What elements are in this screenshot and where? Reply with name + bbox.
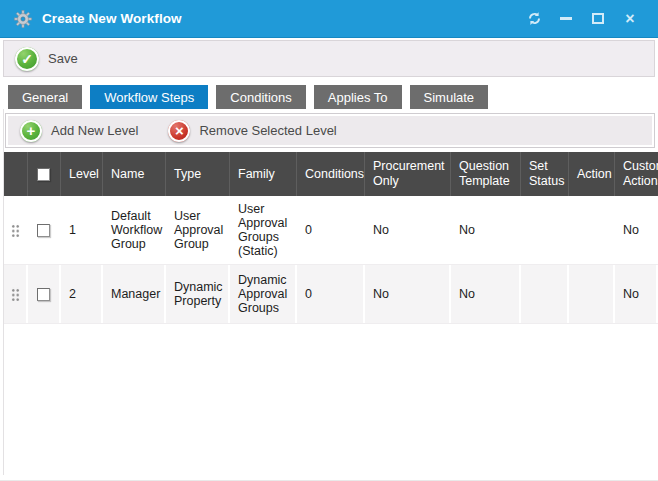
cell-type: Dynamic Property (166, 265, 230, 323)
window-controls: × (518, 6, 646, 32)
cell-family: User Approval Groups (Static) (230, 196, 297, 264)
cell-level: 2 (61, 265, 103, 323)
create-new-workflow-dialog: Create New Workflow × ✓ Save General Wor… (0, 0, 658, 481)
tab-conditions[interactable]: Conditions (216, 85, 305, 109)
minimize-icon (560, 17, 572, 20)
add-new-level-label: Add New Level (51, 123, 138, 138)
level-toolbar: + Add New Level × Remove Selected Level (5, 113, 655, 148)
drag-handle-icon[interactable] (11, 223, 20, 237)
save-button-label: Save (48, 51, 78, 66)
column-header-type: Type (166, 152, 230, 196)
save-toolbar: ✓ Save (3, 40, 655, 77)
cell-name: Default Workflow Group (103, 196, 166, 264)
cell-conditions: 0 (297, 265, 365, 323)
row-drag-cell (4, 265, 28, 323)
save-check-icon: ✓ (15, 47, 39, 71)
column-header-question-template: Question Template (451, 152, 521, 196)
close-button[interactable]: × (614, 6, 646, 32)
cell-level: 1 (61, 196, 103, 264)
minimize-button[interactable] (550, 6, 582, 32)
table-row: 1 Default Workflow Group User Approval G… (4, 196, 658, 265)
cell-type: User Approval Group (166, 196, 230, 264)
select-all-checkbox[interactable] (37, 168, 50, 181)
tab-bar: General Workflow Steps Conditions Applie… (8, 85, 658, 109)
drag-handle-icon[interactable] (11, 287, 20, 301)
column-header-set-status: Set Status (521, 152, 569, 196)
cell-custom-actions: No (615, 196, 658, 264)
cell-question-template: No (451, 265, 521, 323)
cell-procurement-only: No (365, 265, 451, 323)
cell-set-status (521, 265, 569, 323)
maximize-button[interactable] (582, 6, 614, 32)
window-title: Create New Workflow (42, 11, 182, 26)
tab-applies-to[interactable]: Applies To (314, 85, 402, 109)
row-checkbox-cell (28, 196, 61, 264)
row-checkbox[interactable] (37, 224, 50, 237)
cell-name: Manager (103, 265, 166, 323)
select-all-column-header (28, 152, 61, 196)
remove-selected-level-button[interactable]: × Remove Selected Level (168, 120, 336, 142)
column-header-custom-actions: Custom Actions (615, 152, 658, 196)
column-header-level: Level (61, 152, 103, 196)
cell-procurement-only: No (365, 196, 451, 264)
cell-action (569, 196, 615, 264)
gear-icon (14, 10, 32, 28)
refresh-icon (527, 11, 542, 26)
add-plus-icon: + (20, 120, 42, 142)
workflow-steps-panel: + Add New Level × Remove Selected Level … (3, 109, 658, 475)
cell-set-status (521, 196, 569, 264)
cell-question-template: No (451, 196, 521, 264)
tab-general[interactable]: General (8, 85, 82, 109)
titlebar: Create New Workflow × (0, 0, 658, 38)
column-header-family: Family (230, 152, 297, 196)
drag-handle-column-header (4, 152, 28, 196)
remove-x-icon: × (168, 120, 190, 142)
save-button[interactable]: ✓ Save (15, 47, 78, 71)
column-header-name: Name (103, 152, 166, 196)
table-row: 2 Manager Dynamic Property Dynamic Appro… (4, 265, 658, 324)
column-header-action: Action (569, 152, 615, 196)
row-checkbox[interactable] (37, 288, 50, 301)
cell-custom-actions: No (615, 265, 658, 323)
table-header-row: Level Name Type Family Conditions Procur… (4, 152, 658, 196)
tab-workflow-steps[interactable]: Workflow Steps (90, 85, 208, 109)
remove-selected-level-label: Remove Selected Level (199, 123, 336, 138)
row-checkbox-cell (28, 265, 61, 323)
cell-action (569, 265, 615, 323)
cell-conditions: 0 (297, 196, 365, 264)
tab-simulate[interactable]: Simulate (410, 85, 489, 109)
maximize-icon (592, 13, 604, 24)
add-new-level-button[interactable]: + Add New Level (20, 120, 138, 142)
row-drag-cell (4, 196, 28, 264)
cell-family: Dynamic Approval Groups (230, 265, 297, 323)
column-header-conditions: Conditions (297, 152, 365, 196)
refresh-button[interactable] (518, 6, 550, 32)
column-header-procurement-only: Procurement Only (365, 152, 451, 196)
